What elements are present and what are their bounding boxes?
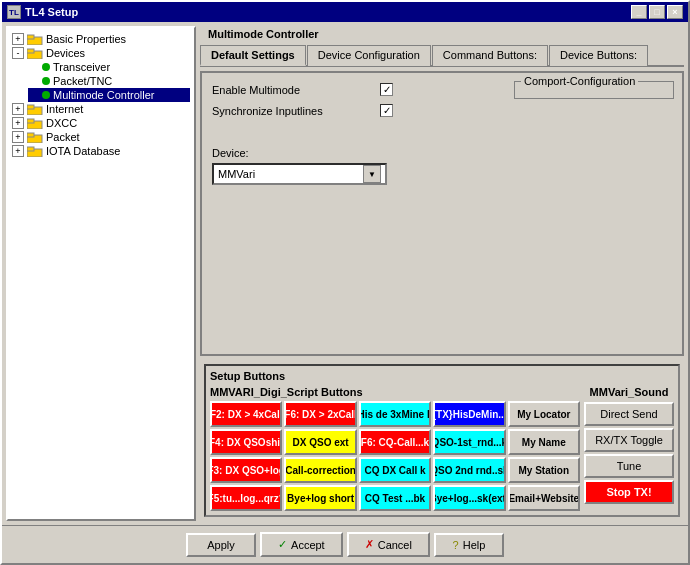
- expand-icon-internet[interactable]: +: [12, 103, 24, 115]
- sound-title: MMVari_Sound: [584, 386, 674, 398]
- devices-children: Transceiver Packet/TNC Multimode Control…: [28, 60, 190, 102]
- title-buttons: _ □ ×: [631, 5, 683, 19]
- sidebar-item-packet[interactable]: + Packet: [12, 130, 190, 144]
- folder-icon-iota: [27, 145, 43, 157]
- grid-button-17[interactable]: CQ Test ...bk: [359, 485, 431, 511]
- sidebar-item-iota-database[interactable]: + IOTA Database: [12, 144, 190, 158]
- svg-rect-1: [27, 35, 34, 39]
- bullet-packet-tnc: [42, 77, 50, 85]
- grid-button-6[interactable]: DX QSO ext: [284, 429, 356, 455]
- synchronize-label: Synchronize Inputlines: [212, 105, 372, 117]
- accept-checkmark: ✓: [278, 538, 287, 551]
- sidebar-label-multimode: Multimode Controller: [53, 89, 154, 101]
- device-dropdown-arrow[interactable]: ▼: [363, 165, 381, 183]
- sound-panel: MMVari_Sound Direct SendRX/TX ToggleTune…: [584, 386, 674, 511]
- minimize-button[interactable]: _: [631, 5, 647, 19]
- folder-icon-dxcc: [27, 117, 43, 129]
- grid-button-13[interactable]: QSO 2nd rnd..sk: [433, 457, 505, 483]
- bottom-bar: Apply ✓ Accept ✗ Cancel ? Help: [2, 525, 688, 563]
- sidebar-label-packet: Packet: [46, 131, 80, 143]
- right-panel: Multimode Controller Default Settings De…: [200, 26, 684, 521]
- grid-button-0[interactable]: F2: DX > 4xCall: [210, 401, 282, 427]
- grid-button-3[interactable]: {TX}HisDeMin...: [433, 401, 505, 427]
- cancel-cross: ✗: [365, 538, 374, 551]
- grid-button-18[interactable]: Bye+log...sk(ext): [433, 485, 505, 511]
- sidebar-item-basic-properties[interactable]: + Basic Properties: [12, 32, 190, 46]
- buttons-main: MMVARI_Digi_Script Buttons F2: DX > 4xCa…: [210, 386, 580, 511]
- close-button[interactable]: ×: [667, 5, 683, 19]
- apply-button[interactable]: Apply: [186, 533, 256, 557]
- tab-command-buttons[interactable]: Command Buttons:: [432, 45, 548, 66]
- sidebar-label-packet-tnc: Packet/TNC: [53, 75, 112, 87]
- grid-button-10[interactable]: F3: DX QSO+log: [210, 457, 282, 483]
- grid-button-15[interactable]: F5:tu...log...qrz?: [210, 485, 282, 511]
- grid-button-9[interactable]: My Name: [508, 429, 580, 455]
- sidebar-label-iota: IOTA Database: [46, 145, 120, 157]
- grid-button-7[interactable]: F6: CQ-Call...k: [359, 429, 431, 455]
- tab-list: Default Settings Device Configuration Co…: [200, 44, 684, 67]
- panel-header: Multimode Controller: [200, 26, 684, 44]
- grid-button-8[interactable]: QSO-1st_rnd...k: [433, 429, 505, 455]
- sidebar-item-transceiver[interactable]: Transceiver: [28, 60, 190, 74]
- enable-multimode-label: Enable Multimode: [212, 84, 372, 96]
- rxtx-toggle-button[interactable]: RX/TX Toggle: [584, 428, 674, 452]
- main-content: + Basic Properties - Devices Tr: [2, 22, 688, 525]
- device-label: Device:: [212, 147, 672, 159]
- stop-tx-button[interactable]: Stop TX!: [584, 480, 674, 504]
- expand-icon[interactable]: +: [12, 33, 24, 45]
- synchronize-checkbox[interactable]: ✓: [380, 104, 393, 117]
- sidebar-label-devices: Devices: [46, 47, 85, 59]
- tab-device-buttons[interactable]: Device Buttons:: [549, 45, 648, 66]
- grid-button-14[interactable]: My Station: [508, 457, 580, 483]
- buttons-grid: F2: DX > 4xCallF6: DX > 2xCallHis de 3xM…: [210, 401, 580, 511]
- window-icon: TL: [7, 5, 21, 19]
- grid-button-16[interactable]: Bye+log short: [284, 485, 356, 511]
- folder-icon-packet: [27, 131, 43, 143]
- comport-group: Comport-Configuration: [514, 81, 674, 99]
- accept-button[interactable]: ✓ Accept: [260, 532, 343, 557]
- tune-button[interactable]: Tune: [584, 454, 674, 478]
- bullet-transceiver: [42, 63, 50, 71]
- expand-icon-devices[interactable]: -: [12, 47, 24, 59]
- cancel-button[interactable]: ✗ Cancel: [347, 532, 430, 557]
- sidebar-label-dxcc: DXCC: [46, 117, 77, 129]
- grid-button-19[interactable]: Email+Website: [508, 485, 580, 511]
- folder-icon: [27, 33, 43, 45]
- tab-default-settings[interactable]: Default Settings: [200, 45, 306, 66]
- svg-rect-11: [27, 147, 34, 151]
- device-select[interactable]: MMVari ▼: [212, 163, 387, 185]
- sidebar-item-multimode-controller[interactable]: Multimode Controller: [28, 88, 190, 102]
- sidebar-item-packet-tnc[interactable]: Packet/TNC: [28, 74, 190, 88]
- grid-button-1[interactable]: F6: DX > 2xCall: [284, 401, 356, 427]
- sidebar-label-transceiver: Transceiver: [53, 61, 110, 73]
- enable-multimode-checkbox[interactable]: ✓: [380, 83, 393, 96]
- grid-button-11[interactable]: Call-correction: [284, 457, 356, 483]
- tab-device-config[interactable]: Device Configuration: [307, 45, 431, 66]
- maximize-button[interactable]: □: [649, 5, 665, 19]
- expand-icon-packet[interactable]: +: [12, 131, 24, 143]
- window-title: TL4 Setup: [25, 6, 78, 18]
- grid-button-2[interactable]: His de 3xMine k: [359, 401, 431, 427]
- grid-button-4[interactable]: My Locator: [508, 401, 580, 427]
- svg-rect-3: [27, 49, 34, 53]
- sidebar: + Basic Properties - Devices Tr: [6, 26, 196, 521]
- direct-send-button[interactable]: Direct Send: [584, 402, 674, 426]
- expand-icon-dxcc[interactable]: +: [12, 117, 24, 129]
- setup-buttons-title: Setup Buttons: [210, 370, 674, 382]
- help-button[interactable]: ? Help: [434, 533, 504, 557]
- grid-button-5[interactable]: F4: DX QSOshit: [210, 429, 282, 455]
- comport-group-label: Comport-Configuration: [521, 75, 638, 87]
- buttons-grid-area: MMVARI_Digi_Script Buttons F2: DX > 4xCa…: [210, 386, 674, 511]
- grid-button-12[interactable]: CQ DX Call k: [359, 457, 431, 483]
- device-section: Device: MMVari ▼: [212, 147, 672, 185]
- sidebar-item-devices[interactable]: - Devices: [12, 46, 190, 60]
- synchronize-row: Synchronize Inputlines ✓: [212, 104, 672, 117]
- sidebar-item-internet[interactable]: + Internet: [12, 102, 190, 116]
- svg-rect-5: [27, 105, 34, 109]
- panel-content: Enable Multimode ✓ Synchronize Inputline…: [200, 71, 684, 356]
- expand-icon-iota[interactable]: +: [12, 145, 24, 157]
- main-window: TL TL4 Setup _ □ × + Basic Properties -: [0, 0, 690, 565]
- sidebar-item-dxcc[interactable]: + DXCC: [12, 116, 190, 130]
- folder-icon-devices: [27, 47, 43, 59]
- title-bar: TL TL4 Setup _ □ ×: [2, 2, 688, 22]
